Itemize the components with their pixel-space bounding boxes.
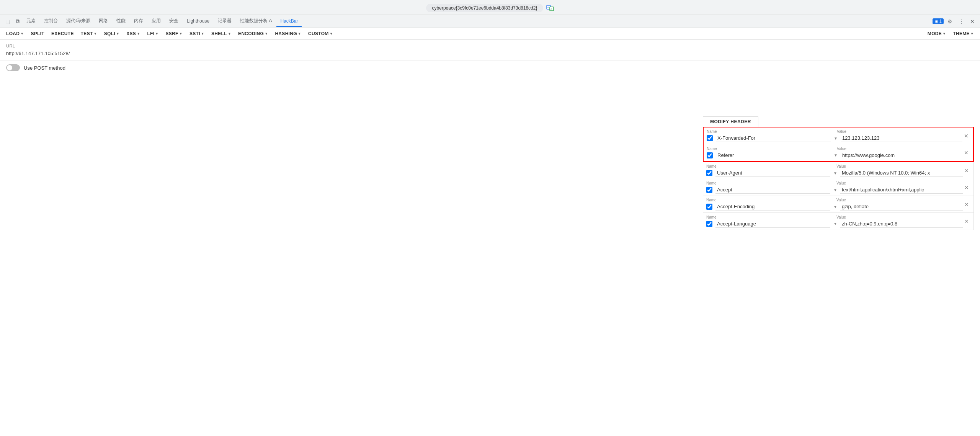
ssrf-arrow-icon: ▼ <box>179 32 183 36</box>
header-value-input-accept[interactable] <box>840 186 963 194</box>
devtools-tabs: ⬚ ⧉ 元素 控制台 源代码/来源 网络 性能 内存 应用 安全 Lightho… <box>0 15 980 28</box>
devtools-close-btn[interactable]: ✕ <box>968 17 977 26</box>
value-label-ae: Value <box>836 198 963 202</box>
hackbar-split-btn[interactable]: SPLIT <box>28 29 47 38</box>
right-panel: MODIFY HEADER Name Value ▼ <box>697 116 980 230</box>
header-name-input-referer[interactable] <box>716 152 831 159</box>
table-row: Name Value ▼ ✕ <box>703 213 973 230</box>
hackbar-custom-btn[interactable]: CUSTOM ▼ <box>305 29 336 38</box>
header-value-input-ae[interactable] <box>840 203 963 211</box>
header-name-input-ae[interactable] <box>715 203 830 211</box>
tab-hackbar[interactable]: HackBar <box>276 16 302 27</box>
header-dropdown-al[interactable]: ▼ <box>833 222 837 226</box>
url-section: URL <box>0 40 980 60</box>
name-label-ae: Name <box>706 198 836 202</box>
header-delete-ae[interactable]: ✕ <box>963 201 970 207</box>
tab-lighthouse[interactable]: Lighthouse <box>183 16 213 27</box>
tab-performance[interactable]: 性能 <box>113 15 129 27</box>
value-label-accept: Value <box>836 181 963 185</box>
header-name-input-accept[interactable] <box>715 186 830 194</box>
tab-perfdata[interactable]: 性能数据分析 Δ <box>236 15 276 27</box>
browser-top: cyberpeace{3c9fc0e71ee6bdda4b8f83d73d818… <box>0 0 980 15</box>
hackbar-load-btn[interactable]: LOAD ▼ <box>3 29 27 38</box>
sqli-arrow-icon: ▼ <box>116 32 119 36</box>
value-label-xff: Value <box>837 129 962 134</box>
post-method-toggle[interactable] <box>6 64 20 71</box>
value-label-ua: Value <box>836 164 963 168</box>
table-row: Name Value ▼ ✕ <box>704 127 973 144</box>
tab-console[interactable]: 控制台 <box>40 15 62 27</box>
header-delete-al[interactable]: ✕ <box>963 218 970 224</box>
header-dropdown-ua[interactable]: ▼ <box>833 171 837 175</box>
custom-arrow-icon: ▼ <box>330 32 333 36</box>
name-label-xff: Name <box>707 129 837 134</box>
header-value-input-al[interactable] <box>840 220 963 228</box>
hackbar-execute-btn[interactable]: EXECUTE <box>48 29 77 38</box>
tab-security[interactable]: 安全 <box>165 15 182 27</box>
modify-header-tab[interactable]: MODIFY HEADER <box>703 116 758 127</box>
load-arrow-icon: ▼ <box>20 32 24 36</box>
header-dropdown-accept[interactable]: ▼ <box>833 188 837 192</box>
devtools-badge: ▣ 1 <box>933 18 944 24</box>
header-name-input-ua[interactable] <box>715 169 830 177</box>
hackbar-mode-btn[interactable]: MODE ▼ <box>924 29 949 38</box>
xss-arrow-icon: ▼ <box>137 32 140 36</box>
highlighted-headers-table: Name Value ▼ ✕ <box>703 127 974 162</box>
shell-arrow-icon: ▼ <box>228 32 231 36</box>
hackbar-ssrf-btn[interactable]: SSRF ▼ <box>163 29 186 38</box>
hackbar-xss-btn[interactable]: XSS ▼ <box>123 29 143 38</box>
hackbar-hashing-btn[interactable]: HASHING ▼ <box>272 29 304 38</box>
tab-application[interactable]: 应用 <box>148 15 165 27</box>
hackbar-lfi-btn[interactable]: LFI ▼ <box>144 29 162 38</box>
devtools-settings-btn[interactable]: ⚙ <box>945 17 955 26</box>
tab-network[interactable]: 网络 <box>95 15 112 27</box>
post-method-row: Use POST method <box>0 60 980 75</box>
hackbar-theme-btn[interactable]: THEME ▼ <box>950 29 977 38</box>
table-row: Name Value ▼ ✕ <box>703 162 973 179</box>
name-label-ua: Name <box>706 164 836 168</box>
header-delete-accept[interactable]: ✕ <box>963 185 970 191</box>
header-delete-xforward[interactable]: ✕ <box>962 133 970 139</box>
header-checkbox-al[interactable] <box>706 221 712 227</box>
devtools-right-icons: ▣ 1 ⚙ ⋮ ✕ <box>933 17 977 26</box>
tab-sources[interactable]: 源代码/来源 <box>62 15 94 27</box>
header-dropdown-xforward[interactable]: ▼ <box>834 136 838 140</box>
mode-arrow-icon: ▼ <box>942 32 946 36</box>
header-checkbox-referer[interactable] <box>707 152 713 158</box>
header-dropdown-ae[interactable]: ▼ <box>833 205 837 209</box>
hashing-arrow-icon: ▼ <box>298 32 301 36</box>
device-icon-btn[interactable]: ⧉ <box>13 16 22 26</box>
header-value-input-ua[interactable] <box>840 169 963 177</box>
hackbar-test-btn[interactable]: TEST ▼ <box>78 29 100 38</box>
header-checkbox-accept[interactable] <box>706 187 712 193</box>
header-value-input-referer[interactable] <box>841 152 962 159</box>
tab-memory[interactable]: 内存 <box>130 15 147 27</box>
translate-icon[interactable]: A A <box>546 4 554 12</box>
value-label-al: Value <box>836 215 963 219</box>
header-delete-referer[interactable]: ✕ <box>962 150 970 156</box>
url-label: URL <box>6 44 974 48</box>
hackbar-ssti-btn[interactable]: SSTI ▼ <box>186 29 207 38</box>
table-row: Name Value ▼ ✕ <box>704 144 973 161</box>
tab-elements[interactable]: 元素 <box>23 15 39 27</box>
devtools-more-btn[interactable]: ⋮ <box>956 17 966 26</box>
header-delete-ua[interactable]: ✕ <box>963 168 970 174</box>
header-dropdown-referer[interactable]: ▼ <box>834 153 838 157</box>
header-value-input-xforward[interactable] <box>841 134 962 142</box>
page-wrapper: cyberpeace{3c9fc0e71ee6bdda4b8f83d73d818… <box>0 0 980 436</box>
name-label-referer: Name <box>707 147 837 151</box>
inspect-icon-btn[interactable]: ⬚ <box>3 17 13 26</box>
header-checkbox-ae[interactable] <box>706 204 712 210</box>
header-checkbox-ua[interactable] <box>706 170 712 176</box>
hackbar-sqli-btn[interactable]: SQLI ▼ <box>101 29 122 38</box>
header-name-input-al[interactable] <box>715 220 830 228</box>
hackbar-encoding-btn[interactable]: ENCODING ▼ <box>235 29 271 38</box>
tab-recorder[interactable]: 记录器 <box>214 15 235 27</box>
url-input[interactable] <box>6 50 974 57</box>
hackbar-shell-btn[interactable]: SHELL ▼ <box>208 29 234 38</box>
encoding-arrow-icon: ▼ <box>265 32 268 36</box>
header-checkbox-xforward[interactable] <box>707 135 713 141</box>
name-label-al: Name <box>706 215 836 219</box>
header-name-input-xforward[interactable] <box>716 134 831 142</box>
table-row: Name Value ▼ ✕ <box>703 179 973 196</box>
